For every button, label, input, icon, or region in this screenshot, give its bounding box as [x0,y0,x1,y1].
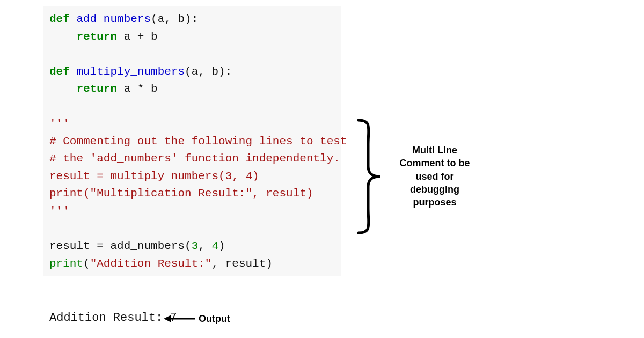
function-name: add_numbers [70,13,151,25]
blank-line [49,48,56,60]
number-literal: 3 [192,240,199,252]
arrow-left-icon [164,312,196,325]
code-text: add_numbers( [104,240,192,252]
code-text: (a, b): [151,13,198,25]
code-text: , [198,240,211,252]
operator: = [97,240,104,252]
comment-line: result = multiply_numbers(3, 4) [49,170,259,182]
output-label: Output [199,313,230,325]
function-name: multiply_numbers [70,65,185,78]
code-text: ) [218,240,225,252]
code-text: a * b [117,83,158,95]
blank-line [49,223,56,235]
keyword-def: def [49,13,70,25]
svg-marker-1 [164,315,171,322]
code-text: result [49,240,97,252]
comment-line: # Commenting out the following lines to … [49,135,347,148]
string-literal: "Addition Result:" [90,258,212,270]
keyword-def: def [49,65,70,78]
curly-brace-icon [353,118,385,235]
code-text: a + b [117,31,158,43]
triple-quote: ''' [49,205,70,217]
code-text: ( [83,258,90,270]
keyword-return: return [49,83,117,95]
comment-line: # the 'add_numbers' function independent… [49,152,340,165]
output-text: Addition Result: 7 [49,311,177,325]
comment-line: print("Multiplication Result:", result) [49,187,313,200]
triple-quote: ''' [49,117,70,130]
number-literal: 4 [211,240,218,252]
keyword-return: return [49,31,117,43]
blank-line [49,100,56,113]
code-block: def add_numbers(a, b): return a + b def … [43,6,341,276]
code-text: (a, b): [185,65,232,78]
code-text: , result) [211,258,272,270]
annotation-label: Multi Line Comment to be used for debugg… [392,144,478,209]
builtin-print: print [49,258,83,270]
